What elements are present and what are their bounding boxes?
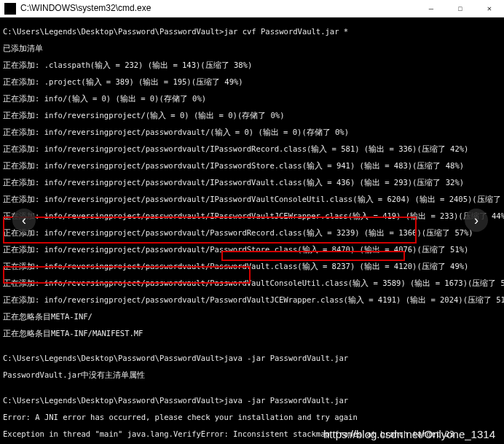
window-titlebar: C:\WINDOWS\system32\cmd.exe — ☐ ✕: [0, 0, 504, 17]
watermark-text: https://blog.csdn.net/Onlyone_1314: [323, 430, 495, 439]
terminal-line: 正在添加: info/reversingproject/passwordvaul…: [3, 262, 501, 271]
terminal-line: 正在忽略条目META-INF/: [3, 313, 501, 322]
terminal-line: 正在添加: info/reversingproject/passwordvaul…: [3, 145, 501, 154]
gallery-next-button[interactable]: ›: [465, 209, 488, 232]
close-button[interactable]: ✕: [475, 0, 504, 17]
minimize-button[interactable]: —: [417, 0, 446, 17]
terminal-line: 正在添加: .classpath(输入 = 232) (输出 = 143)(压缩…: [3, 61, 501, 70]
terminal-line: C:\Users\Legends\Desktop\Password\Passwo…: [3, 354, 501, 363]
terminal-line: 正在忽略条目META-INF/MANIFEST.MF: [3, 330, 501, 338]
terminal-line: Error: A JNI error has occurred, please …: [3, 413, 501, 422]
terminal-line: PasswordVault.jar中没有主清单属性: [3, 371, 501, 380]
terminal-line: 正在添加: info/reversingproject/passwordvaul…: [3, 279, 501, 288]
terminal-output: C:\Users\Legends\Desktop\Password\Passwo…: [0, 17, 504, 444]
terminal-line: C:\Users\Legends\Desktop\Password\Passwo…: [3, 28, 501, 36]
window-title: C:\WINDOWS\system32\cmd.exe: [20, 4, 417, 13]
terminal-line: 正在添加: info/(输入 = 0) (输出 = 0)(存储了 0%): [3, 95, 501, 104]
terminal-line: 已添加清单: [3, 44, 501, 53]
cmd-icon: [4, 3, 16, 15]
terminal-line: 正在添加: info/reversingproject/passwordvaul…: [3, 212, 501, 221]
terminal-line: C:\Users\Legends\Desktop\Password\Passwo…: [3, 397, 501, 405]
terminal-line: 正在添加: info/reversingproject/passwordvaul…: [3, 195, 501, 204]
terminal-line: 正在添加: .project(输入 = 389) (输出 = 195)(压缩了 …: [3, 78, 501, 87]
terminal-line: 正在添加: info/reversingproject/passwordvaul…: [3, 128, 501, 137]
terminal-line: 正在添加: info/reversingproject/passwordvaul…: [3, 246, 501, 254]
terminal-line: 正在添加: info/reversingproject/passwordvaul…: [3, 162, 501, 171]
terminal-line: 正在添加: info/reversingproject/passwordvaul…: [3, 179, 501, 187]
maximize-button[interactable]: ☐: [446, 0, 475, 17]
terminal-line: 正在添加: info/reversingproject/passwordvaul…: [3, 296, 501, 305]
terminal-line: 正在添加: info/reversingproject/(输入 = 0) (输出…: [3, 112, 501, 120]
gallery-prev-button[interactable]: ‹: [12, 209, 36, 232]
terminal-line: 正在添加: info/reversingproject/passwordvaul…: [3, 229, 501, 238]
